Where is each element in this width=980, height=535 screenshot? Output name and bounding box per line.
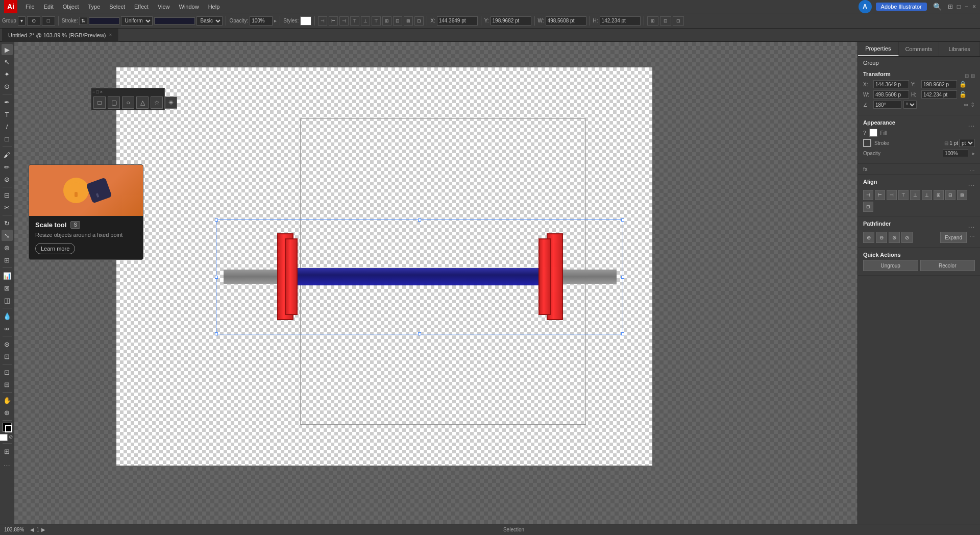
dist-space-v-btn[interactable]: ⊡ (863, 202, 873, 212)
handle-top-right[interactable] (621, 218, 624, 222)
pf-unite-btn[interactable]: ⊕ (863, 232, 874, 243)
handle-bottom-right[interactable] (621, 332, 624, 335)
align-right-btn[interactable]: ⊣ (339, 16, 349, 26)
x-prop-input[interactable] (873, 80, 909, 88)
pf-exclude-btn[interactable]: ⊘ (901, 232, 913, 243)
recolor-btn[interactable]: Recolor (920, 260, 975, 271)
arrange-icon[interactable]: ⊞ (948, 3, 953, 10)
learn-more-button[interactable]: Learn more (35, 243, 75, 254)
opacity-app-input[interactable] (943, 149, 968, 157)
pf-minus-front-btn[interactable]: ⊖ (876, 232, 887, 243)
comments-tab[interactable]: Comments (899, 42, 940, 56)
constrain-proportions-btn[interactable]: ⊞ (647, 16, 658, 26)
flare-shape-btn[interactable]: ✳ (165, 96, 177, 109)
opacity-more[interactable]: ▸ (274, 18, 277, 23)
menu-object[interactable]: Object (59, 3, 83, 11)
align-more-icon[interactable]: … (968, 179, 975, 187)
align-center-v-btn[interactable]: ⊥ (361, 16, 370, 26)
type-tool-btn[interactable]: T (2, 109, 13, 120)
pencil-tool-btn[interactable]: ✏ (2, 161, 13, 173)
isolate-btn[interactable]: ⊙ (27, 16, 40, 26)
scale-tool-btn[interactable]: ⤡ (2, 230, 13, 241)
distribute-space-h-btn[interactable]: ⊠ (404, 16, 413, 26)
slice-tool-btn[interactable]: ⊟ (2, 379, 13, 390)
lock-xy-icon[interactable]: 🔒 (959, 81, 967, 88)
canvas-area[interactable]: − □ × □ ▢ ○ △ ☆ ✳ (14, 42, 857, 524)
fill-color-btn[interactable] (0, 434, 8, 441)
minimize-icon[interactable]: − (965, 3, 968, 10)
handle-top-left[interactable] (215, 218, 218, 222)
menu-view[interactable]: View (154, 3, 174, 11)
restore-icon[interactable]: □ (957, 3, 961, 10)
shape-panel-maximize[interactable]: □ (96, 89, 99, 94)
mesh-tool-btn[interactable]: ⊠ (2, 282, 13, 294)
flip-h-icon[interactable]: ⇔ (964, 102, 968, 108)
menu-type[interactable]: Type (84, 3, 105, 11)
line-tool-btn[interactable]: / (2, 121, 13, 132)
direct-select-tool-btn[interactable]: ↖ (2, 56, 13, 67)
y-input[interactable] (491, 16, 531, 26)
shape-tool-btn[interactable]: □ (2, 133, 13, 144)
blend-tool-btn[interactable]: ∞ (2, 323, 13, 334)
transform-more-icon[interactable]: ⊞ (971, 73, 975, 79)
menu-edit[interactable]: Edit (40, 3, 58, 11)
h-input[interactable] (600, 16, 641, 26)
draw-mode-btn[interactable]: □ (42, 16, 55, 26)
menu-help[interactable]: Help (204, 3, 224, 11)
search-icon[interactable]: 🔍 (933, 3, 942, 11)
dist-h-btn[interactable]: ⊞ (934, 190, 944, 200)
distribute-space-v-btn[interactable]: ⊡ (414, 16, 424, 26)
zoom-value[interactable]: 103.89% (4, 527, 24, 532)
selection-tool-btn[interactable]: ▶ (2, 44, 13, 55)
style-preview[interactable] (300, 16, 311, 26)
paint-brush-tool-btn[interactable]: 🖌 (2, 149, 13, 160)
flip-v-icon[interactable]: ⇕ (970, 102, 975, 108)
align-bottom-edge-btn[interactable]: ⊥ (922, 190, 932, 200)
magic-wand-tool-btn[interactable]: ✦ (2, 68, 13, 80)
stroke-unit-select[interactable]: pt (959, 139, 975, 147)
handle-bottom-center[interactable] (418, 332, 421, 335)
warp-tool-btn[interactable]: ⊛ (2, 242, 13, 253)
shape-panel-close[interactable]: × (100, 89, 103, 94)
fx-more-icon[interactable]: … (969, 166, 975, 172)
dist-v-btn[interactable]: ⊟ (945, 190, 955, 200)
pen-tool-btn[interactable]: ✒ (2, 96, 13, 108)
pf-intersect-btn[interactable]: ⊗ (889, 232, 900, 243)
stroke-arrows[interactable]: ⇅ (79, 17, 87, 25)
share-button[interactable]: Adobe Illustrator (876, 3, 927, 11)
lasso-tool-btn[interactable]: ⊙ (2, 81, 13, 92)
w-prop-input[interactable] (873, 90, 909, 99)
free-transform-btn[interactable]: ⊞ (2, 254, 13, 265)
angle-unit-select[interactable]: ° (903, 101, 917, 109)
angle-prop-input[interactable] (873, 101, 901, 109)
opacity-input[interactable] (250, 16, 273, 26)
align-center-v-btn2[interactable]: ⊥ (910, 190, 920, 200)
distribute-v-btn[interactable]: ⊟ (393, 16, 402, 26)
y-prop-input[interactable] (921, 80, 957, 88)
handle-top-center[interactable] (418, 218, 421, 222)
distribute-h-btn[interactable]: ⊞ (382, 16, 391, 26)
graph-tool-btn[interactable]: 📊 (2, 270, 13, 281)
zoom-tool-btn[interactable]: ⊕ (2, 407, 13, 418)
align-top-edge-btn[interactable]: ⊤ (898, 190, 909, 200)
group-dropdown[interactable]: ▾ (18, 16, 26, 26)
w-input[interactable] (546, 16, 586, 26)
align-left-btn[interactable]: ⊣ (318, 16, 327, 26)
align-bottom-btn[interactable]: ⊤ (372, 16, 381, 26)
ungroup-btn[interactable]: Ungroup (863, 260, 918, 271)
stroke-style-select[interactable]: Basic (197, 16, 223, 26)
close-app-icon[interactable]: × (972, 3, 976, 10)
opacity-more-icon[interactable]: ▸ (972, 151, 975, 156)
eyedropper-tool-btn[interactable]: 💧 (2, 310, 13, 322)
round-rect-shape-btn[interactable]: ▢ (108, 96, 120, 109)
h-prop-input[interactable] (921, 90, 957, 99)
libraries-tab[interactable]: Libraries (939, 42, 980, 56)
align-left-edge-btn[interactable]: ⊣ (863, 190, 873, 200)
align-center-h-btn[interactable]: ⊢ (329, 16, 338, 26)
shape-panel-minimize[interactable]: − (92, 89, 95, 94)
expand-btn[interactable]: Expand (940, 232, 967, 243)
menu-select[interactable]: Select (105, 3, 129, 11)
constrain-icon[interactable]: ⊟ (965, 73, 969, 79)
triangle-shape-btn[interactable]: △ (136, 96, 149, 109)
tab-close-btn[interactable]: × (109, 32, 112, 38)
